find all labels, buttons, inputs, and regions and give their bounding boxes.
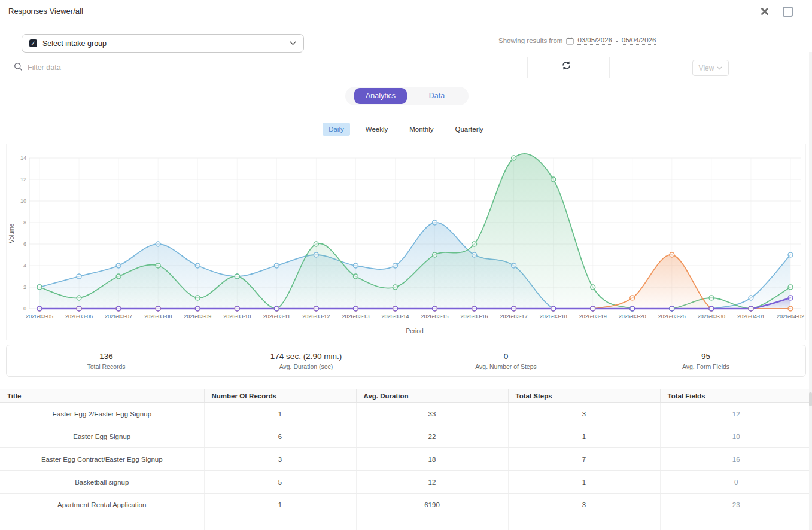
table-row[interactable]: Easter Egg Contract/Easter Egg Signup318…	[0, 448, 812, 471]
select-intake-group-dropdown[interactable]: ✓ Select intake group	[22, 34, 304, 53]
column-header: Number Of Records	[204, 389, 356, 403]
page-title: Responses Viewer/all	[8, 0, 83, 23]
stat-label: Avg. Number of Steps	[475, 363, 537, 370]
stat-value: 174 sec. (2.90 min.)	[270, 352, 342, 361]
table-cell: 16	[660, 448, 812, 471]
svg-text:2026-03-10: 2026-03-10	[223, 313, 251, 319]
svg-text:2026-03-12: 2026-03-12	[302, 313, 330, 319]
table-cell: 7	[508, 448, 660, 471]
svg-text:2: 2	[23, 284, 26, 290]
period-tab-monthly[interactable]: Monthly	[403, 123, 439, 136]
analytics-data-toggle: Analytics Data	[345, 87, 469, 105]
table-cell: 33	[356, 403, 508, 425]
stat-label: Total Records	[87, 363, 125, 370]
svg-text:2026-03-07: 2026-03-07	[105, 313, 132, 319]
table-row[interactable]: Easter Egg 2/Easter Egg Signup133312	[0, 403, 812, 425]
table-cell: Basketball signup	[0, 471, 204, 494]
table-cell: 1	[508, 471, 660, 494]
table-row[interactable]: Basketball signup51210	[0, 471, 812, 494]
scrollbar-thumb[interactable]	[809, 392, 812, 406]
close-icon[interactable]	[761, 7, 769, 16]
date-to-field[interactable]: 05/04/2026	[622, 36, 656, 45]
stat-value: 95	[701, 352, 710, 361]
table-cell: 3	[508, 403, 660, 425]
calendar-icon[interactable]	[566, 37, 574, 45]
period-tabs: DailyWeeklyMonthlyQuarterly	[0, 123, 812, 136]
results-table: TitleNumber Of RecordsAvg. DurationTotal…	[0, 389, 812, 530]
svg-text:2026-03-26: 2026-03-26	[658, 313, 686, 319]
svg-text:2026-03-15: 2026-03-15	[421, 313, 449, 319]
select-intake-group-label: Select intake group	[42, 39, 107, 48]
svg-text:2026-03-17: 2026-03-17	[500, 313, 528, 319]
svg-text:2026-03-14: 2026-03-14	[381, 313, 409, 319]
svg-text:Volume: Volume	[8, 223, 15, 243]
svg-text:2026-03-30: 2026-03-30	[698, 313, 725, 319]
period-tab-weekly[interactable]: Weekly	[360, 123, 394, 136]
table-row[interactable]: Easter Egg Signup622110	[0, 425, 812, 448]
column-header: Total Fields	[660, 389, 812, 403]
table-cell: 5	[204, 471, 356, 494]
svg-text:2026-04-01: 2026-04-01	[737, 313, 765, 319]
divider	[527, 57, 528, 78]
tab-data[interactable]: Data	[410, 87, 464, 105]
svg-text:2026-03-05: 2026-03-05	[26, 313, 53, 319]
svg-text:2026-03-20: 2026-03-20	[619, 313, 646, 319]
table-cell: 22	[356, 425, 508, 448]
svg-text:2026-03-13: 2026-03-13	[342, 313, 369, 319]
stat-value: 0	[504, 352, 509, 361]
table-cell: 23	[660, 494, 812, 516]
stat-label: Avg. Form Fields	[682, 363, 729, 370]
table-cell	[356, 516, 508, 530]
table-row[interactable]: Apartment Rental Application16190323	[0, 494, 812, 516]
svg-text:2026-03-18: 2026-03-18	[540, 313, 567, 319]
stat-card: 95Avg. Form Fields	[606, 345, 805, 376]
volume-chart-card: 024681012142026-03-052026-03-062026-03-0…	[6, 144, 806, 340]
table-cell: 0	[660, 471, 812, 494]
view-button-label: View	[699, 64, 714, 72]
table-cell: 3	[508, 494, 660, 516]
window-checkbox[interactable]	[783, 7, 793, 17]
stat-card: 174 sec. (2.90 min.)Avg. Duration (sec)	[206, 345, 406, 376]
summary-stats: 136Total Records174 sec. (2.90 min.)Avg.…	[6, 345, 806, 377]
svg-text:14: 14	[20, 155, 26, 161]
table-cell: 10	[660, 425, 812, 448]
stat-card: 0Avg. Number of Steps	[406, 345, 606, 376]
table-cell: 1	[204, 403, 356, 425]
date-from-field[interactable]: 03/05/2026	[577, 36, 612, 45]
period-tab-daily[interactable]: Daily	[323, 123, 350, 136]
responses-viewer-window: Responses Viewer/all ✓ Select intake gro…	[0, 0, 812, 530]
period-tab-quarterly[interactable]: Quarterly	[449, 123, 489, 136]
column-header: Total Steps	[508, 389, 660, 403]
svg-text:2026-03-11: 2026-03-11	[263, 313, 290, 319]
svg-text:2026-04-02: 2026-04-02	[777, 313, 804, 319]
tab-analytics[interactable]: Analytics	[354, 88, 407, 104]
table-cell: Easter Egg 2/Easter Egg Signup	[0, 403, 204, 425]
column-header: Title	[0, 389, 204, 403]
table-cell: 1	[204, 494, 356, 516]
svg-text:12: 12	[20, 176, 26, 182]
svg-text:2026-03-06: 2026-03-06	[65, 313, 93, 319]
vertical-scrollbar[interactable]	[809, 52, 812, 530]
table-cell	[660, 516, 812, 530]
filter-data-input[interactable]	[26, 60, 412, 75]
table-cell	[204, 516, 356, 530]
svg-text:2026-03-09: 2026-03-09	[184, 313, 211, 319]
table-cell	[508, 516, 660, 530]
table-cell: 18	[356, 448, 508, 471]
window-titlebar: Responses Viewer/all	[0, 0, 812, 23]
volume-chart: 024681012142026-03-052026-03-062026-03-0…	[7, 144, 805, 340]
view-button[interactable]: View	[692, 60, 729, 76]
refresh-icon[interactable]	[561, 60, 571, 71]
showing-results-label: Showing results from	[498, 37, 562, 44]
stat-value: 136	[99, 352, 113, 361]
svg-text:4: 4	[23, 263, 26, 269]
table-cell: 12	[660, 403, 812, 425]
svg-text:2026-03-19: 2026-03-19	[579, 313, 607, 319]
table-cell: Apartment Rental Application	[0, 494, 204, 516]
stat-card: 136Total Records	[7, 345, 206, 376]
svg-text:Period: Period	[406, 328, 424, 334]
table-cell: 3	[204, 448, 356, 471]
checkbox-checked-icon[interactable]: ✓	[29, 39, 37, 47]
chevron-down-icon	[717, 66, 722, 70]
table-row	[0, 516, 812, 530]
